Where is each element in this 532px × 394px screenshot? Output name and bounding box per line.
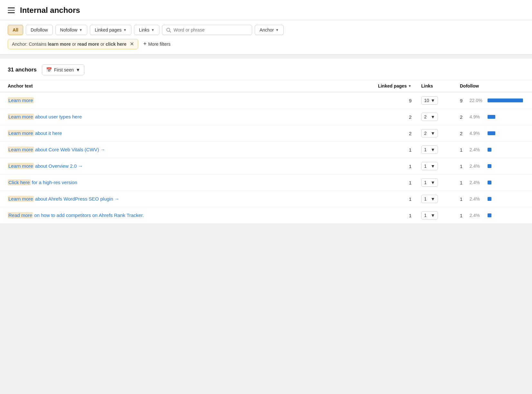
dofollow-bar [488,131,495,135]
dofollow-bar [488,115,495,119]
calendar-icon: 📅 [46,67,52,73]
anchor-link[interactable]: Learn more about it here [8,130,370,137]
plus-icon: + [143,41,147,47]
anchor-text-cell: Learn more about Core Web Vitals (CWV) → [8,146,370,154]
header: Internal anchors [0,0,532,20]
col-linked-pages[interactable]: Linked pages ▼ [370,83,421,89]
linked-pages-cell: 1 [370,164,421,169]
links-cell: 2 ▼ [421,129,460,137]
dofollow-bar [488,148,491,152]
results-count: 31 anchors [8,67,37,73]
linked-pages-cell: 1 [370,196,421,202]
links-dropdown[interactable]: 1 ▼ [421,195,438,203]
links-cell: 1 ▼ [421,162,460,170]
search-box [162,25,252,35]
filter-linked-pages[interactable]: Linked pages ▼ [90,25,131,35]
table-row: Learn more about Core Web Vitals (CWV) →… [0,142,532,158]
table-row: Learn more about it here 2 2 ▼ 2 4.9% [0,125,532,142]
table-row: Learn more about Overview 2.0 → 1 1 ▼ 1 … [0,158,532,174]
filter-row: All Dofollow Nofollow ▼ Linked pages ▼ L… [8,25,524,35]
dofollow-bar [488,181,491,184]
links-dropdown[interactable]: 1 ▼ [421,178,438,187]
anchor-link[interactable]: Learn more about user types here [8,113,370,121]
col-links: Links [421,83,460,89]
links-cell: 2 ▼ [421,113,460,121]
table-header: Anchor text Linked pages ▼ Links Dofollo… [0,80,532,92]
anchor-dropdown[interactable]: Anchor ▼ [255,25,284,35]
linked-pages-sort-icon: ▼ [408,84,412,88]
content-area: 31 anchors 📅 First seen ▼ Anchor text Li… [0,59,532,224]
search-input[interactable] [174,27,248,33]
results-header: 31 anchors 📅 First seen ▼ [0,59,532,80]
anchor-link[interactable]: Learn more [8,97,370,104]
linked-pages-cell: 1 [370,213,421,218]
links-cell: 1 ▼ [421,178,460,187]
table-row: Read more on how to add competitors on A… [0,207,532,224]
links-cell: 1 ▼ [421,195,460,203]
dofollow-cell: 2 4.9% [460,114,524,120]
anchor-link[interactable]: Learn more about Overview 2.0 → [8,163,370,170]
anchor-text-cell: Learn more [8,97,370,104]
dropdown-arrow: ▼ [431,114,435,119]
search-icon [166,28,171,33]
dropdown-arrow: ▼ [431,196,435,202]
anchor-link[interactable]: Learn more about Ahrefs WordPress SEO pl… [8,195,370,203]
anchor-arrow: ▼ [275,28,279,32]
col-anchor-text: Anchor text [8,83,370,89]
links-cell: 1 ▼ [421,145,460,154]
links-dropdown[interactable]: 2 ▼ [421,113,438,121]
anchor-text-cell: Learn more about it here [8,130,370,137]
links-cell: 1 ▼ [421,211,460,220]
active-filter-row: Anchor: Contains learn more or read more… [8,38,524,50]
links-dropdown[interactable]: 10 ▼ [421,96,438,105]
links-dropdown[interactable]: 1 ▼ [421,211,438,220]
anchor-text-cell: Learn more about user types here [8,113,370,121]
anchor-link[interactable]: Read more on how to add competitors on A… [8,212,370,219]
linked-pages-cell: 1 [370,180,421,185]
table-row: Learn more about Ahrefs WordPress SEO pl… [0,191,532,207]
links-arrow: ▼ [151,28,155,32]
anchor-link[interactable]: Click here for a high-res version [8,179,370,186]
links-dropdown[interactable]: 1 ▼ [421,145,438,154]
dofollow-cell: 1 2.4% [460,213,524,218]
linked-pages-arrow: ▼ [123,28,127,32]
dropdown-arrow: ▼ [431,180,435,185]
toolbar: All Dofollow Nofollow ▼ Linked pages ▼ L… [0,20,532,55]
sort-button[interactable]: 📅 First seen ▼ [42,64,84,75]
dofollow-cell: 1 2.4% [460,180,524,185]
filter-all[interactable]: All [8,25,23,35]
dropdown-arrow: ▼ [431,213,435,218]
table-row: Learn more about user types here 2 2 ▼ 2… [0,109,532,125]
menu-icon[interactable] [8,7,15,13]
dropdown-arrow: ▼ [431,147,435,152]
svg-line-1 [169,31,171,32]
anchor-text-cell: Read more on how to add competitors on A… [8,212,370,219]
filter-nofollow[interactable]: Nofollow ▼ [55,25,88,35]
dofollow-bar [488,197,491,201]
dofollow-cell: 9 22.0% [460,98,524,103]
page-title: Internal anchors [20,6,80,15]
sort-arrow: ▼ [76,67,80,72]
dofollow-cell: 1 2.4% [460,196,524,202]
dropdown-arrow: ▼ [431,131,435,136]
remove-filter-button[interactable]: ✕ [128,42,134,47]
filter-links[interactable]: Links ▼ [134,25,159,35]
filter-dofollow[interactable]: Dofollow [26,25,53,35]
table-container: Anchor text Linked pages ▼ Links Dofollo… [0,80,532,224]
links-dropdown[interactable]: 2 ▼ [421,129,438,137]
linked-pages-cell: 2 [370,131,421,136]
anchor-text-cell: Learn more about Ahrefs WordPress SEO pl… [8,195,370,203]
links-dropdown[interactable]: 1 ▼ [421,162,438,170]
anchor-link[interactable]: Learn more about Core Web Vitals (CWV) → [8,146,370,154]
dofollow-bar [488,98,523,102]
linked-pages-cell: 9 [370,98,421,103]
links-cell: 10 ▼ [421,96,460,105]
dropdown-arrow: ▼ [431,164,435,169]
more-filters-button[interactable]: + More filters [141,38,173,50]
anchor-text-cell: Learn more about Overview 2.0 → [8,163,370,170]
table-row: Learn more 9 10 ▼ 9 22.0% [0,92,532,109]
active-filter-tag: Anchor: Contains learn more or read more… [8,39,138,49]
col-dofollow: Dofollow [460,83,524,89]
dofollow-cell: 2 4.9% [460,131,524,136]
dofollow-cell: 1 2.4% [460,164,524,169]
